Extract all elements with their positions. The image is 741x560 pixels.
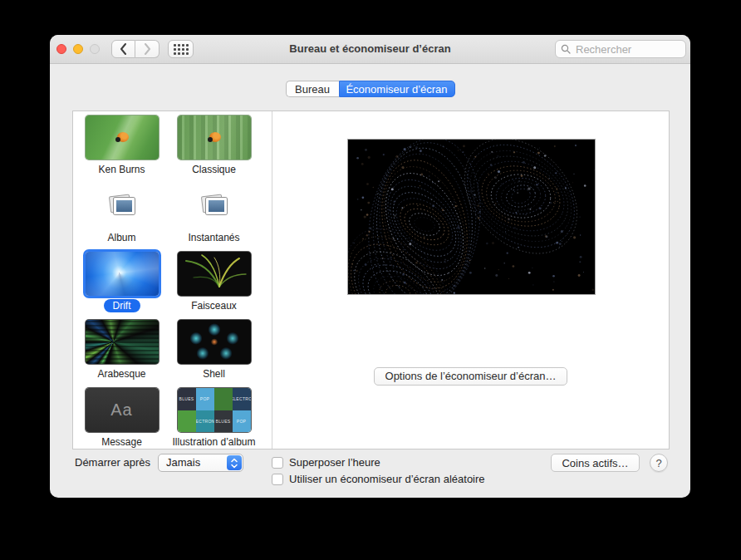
random-saver-checkbox[interactable] bbox=[272, 474, 283, 485]
saver-item-drift[interactable]: Drift bbox=[76, 252, 168, 320]
saver-thumb-drift[interactable] bbox=[86, 252, 159, 296]
minimize-button[interactable] bbox=[73, 44, 83, 54]
saver-item-album[interactable]: Album bbox=[76, 184, 168, 252]
grid-icon bbox=[174, 44, 189, 55]
up-down-chevrons-icon bbox=[231, 458, 238, 469]
chevron-left-icon bbox=[120, 43, 127, 55]
saver-thumb-classique[interactable] bbox=[178, 115, 251, 160]
titlebar: Bureau et économiseur d’écran bbox=[50, 35, 690, 64]
album-art-tile: electro bbox=[233, 388, 251, 410]
drift-preview-graphic bbox=[348, 140, 595, 294]
album-art-tile: BLUES bbox=[214, 410, 233, 433]
screensaver-panel: Ken BurnsClassiqueAlbumInstantanésDriftF… bbox=[72, 111, 670, 449]
album-art-tile bbox=[178, 410, 196, 433]
screensaver-options-button[interactable]: Options de l’économiseur d’écran… bbox=[374, 367, 568, 386]
saver-item-faisceaux[interactable]: Faisceaux bbox=[168, 252, 260, 320]
help-button[interactable]: ? bbox=[650, 454, 668, 472]
photo-stack-icon bbox=[107, 194, 137, 218]
start-after-label: Démarrer après bbox=[75, 454, 150, 472]
forward-button-disabled bbox=[135, 40, 159, 58]
saver-item-message[interactable]: AaMessage bbox=[76, 388, 168, 449]
preview-pane: Options de l’économiseur d’écran… bbox=[272, 111, 669, 449]
saver-label-classique: Classique bbox=[192, 164, 236, 175]
show-all-button[interactable] bbox=[168, 40, 194, 58]
nav-buttons bbox=[111, 40, 159, 58]
saver-thumb-faisceaux[interactable] bbox=[178, 252, 251, 296]
saver-thumb-album[interactable] bbox=[86, 184, 159, 228]
overlay-clock-checkbox[interactable] bbox=[272, 457, 283, 469]
search-input[interactable] bbox=[574, 42, 680, 56]
saver-label-albumart: Illustration d’album bbox=[172, 436, 255, 448]
album-art-tile: electronic bbox=[196, 410, 214, 433]
saver-thumb-message[interactable]: Aa bbox=[86, 388, 159, 432]
saver-item-arabesque[interactable]: Arabesque bbox=[76, 320, 168, 388]
saver-label-snapshots: Instantanés bbox=[188, 232, 239, 243]
screensaver-list-pane: Ken BurnsClassiqueAlbumInstantanésDriftF… bbox=[73, 111, 272, 449]
saver-item-kenburns[interactable]: Ken Burns bbox=[76, 115, 168, 184]
tab-bureau[interactable]: Bureau bbox=[286, 81, 339, 97]
tab-bar: Bureau Économiseur d’écran bbox=[50, 81, 690, 97]
screensaver-preview bbox=[347, 139, 596, 295]
saver-item-shell[interactable]: Shell bbox=[168, 320, 260, 388]
saver-thumb-shell[interactable] bbox=[178, 320, 251, 364]
ladybug-icon bbox=[117, 132, 129, 142]
saver-thumb-kenburns[interactable] bbox=[86, 115, 159, 160]
saver-thumb-arabesque[interactable] bbox=[86, 320, 159, 364]
hot-corners-button[interactable]: Coins actifs… bbox=[551, 454, 640, 472]
tab-economiseur[interactable]: Économiseur d’écran bbox=[339, 81, 455, 97]
overlay-clock-row: Superposer l’heure bbox=[272, 456, 380, 469]
saver-label-album: Album bbox=[107, 232, 135, 243]
search-field[interactable] bbox=[555, 40, 686, 58]
zoom-button-disabled bbox=[90, 44, 100, 54]
saver-label-arabesque: Arabesque bbox=[97, 368, 145, 380]
message-thumb-text: Aa bbox=[110, 400, 132, 420]
overlay-clock-label: Superposer l’heure bbox=[289, 456, 380, 469]
close-button[interactable] bbox=[56, 44, 66, 54]
window-controls bbox=[56, 44, 100, 54]
dropdown-stepper bbox=[227, 455, 242, 470]
album-art-tile bbox=[214, 388, 233, 410]
system-preferences-window: Bureau et économiseur d’écran Bureau Éco… bbox=[50, 35, 690, 498]
back-button[interactable] bbox=[111, 40, 135, 58]
saver-label-kenburns: Ken Burns bbox=[98, 164, 145, 175]
random-saver-row: Utiliser un économiseur d’écran aléatoir… bbox=[272, 473, 485, 486]
random-saver-label: Utiliser un économiseur d’écran aléatoir… bbox=[289, 473, 485, 486]
album-art-tile: POP bbox=[233, 410, 251, 433]
saver-label-shell: Shell bbox=[203, 368, 225, 380]
saver-label-faisceaux: Faisceaux bbox=[191, 300, 237, 312]
chevron-right-icon bbox=[144, 43, 151, 55]
start-after-value: Jamais bbox=[166, 454, 200, 471]
saver-grid: Ken BurnsClassiqueAlbumInstantanésDriftF… bbox=[73, 111, 272, 449]
start-after-select[interactable]: Jamais bbox=[158, 454, 243, 472]
beams-graphic bbox=[178, 252, 251, 296]
saver-item-albumart[interactable]: BLUESPOPelectroelectronicBLUESPOPIllustr… bbox=[168, 388, 260, 449]
saver-item-classique[interactable]: Classique bbox=[168, 115, 260, 184]
saver-label-message: Message bbox=[101, 436, 142, 448]
album-art-tile: BLUES bbox=[178, 388, 196, 410]
saver-item-snapshots[interactable]: Instantanés bbox=[168, 184, 260, 252]
saver-thumb-snapshots[interactable] bbox=[178, 184, 251, 228]
album-art-tile: POP bbox=[196, 388, 214, 410]
saver-thumb-albumart[interactable]: BLUESPOPelectroelectronicBLUESPOP bbox=[178, 388, 251, 432]
search-icon bbox=[561, 44, 571, 54]
ladybug-icon bbox=[209, 132, 221, 142]
photo-stack-icon bbox=[199, 194, 229, 218]
saver-label-drift: Drift bbox=[104, 299, 140, 312]
